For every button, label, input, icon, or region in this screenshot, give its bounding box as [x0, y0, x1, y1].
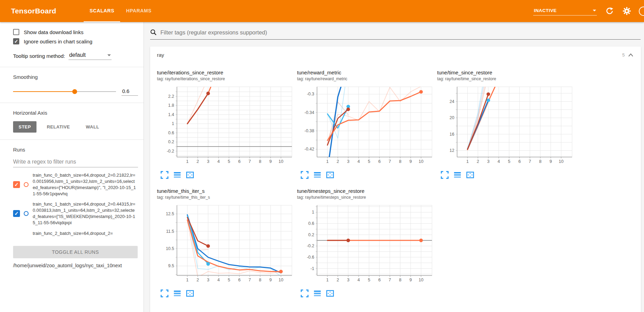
- svg-text:-0.6: -0.6: [307, 255, 314, 260]
- expand-chart-icon[interactable]: [441, 171, 449, 179]
- svg-text:-0.38: -0.38: [305, 128, 315, 133]
- status-select[interactable]: INACTIVE: [533, 7, 597, 15]
- svg-text:6: 6: [518, 159, 521, 164]
- svg-text:0.2: 0.2: [308, 232, 314, 237]
- svg-text:7: 7: [249, 159, 251, 164]
- chevron-up-icon[interactable]: [628, 53, 633, 57]
- svg-text:3: 3: [207, 278, 209, 282]
- main-panel: ray 5 tune/iterations_since_restore tag:…: [144, 22, 644, 312]
- smoothing-label: Smoothing: [13, 74, 138, 80]
- svg-text:10: 10: [419, 278, 423, 282]
- status-select-value: INACTIVE: [534, 8, 557, 13]
- svg-text:1: 1: [326, 278, 329, 282]
- chart-tag: tag: ray/tune/timesteps_since_restore: [297, 195, 437, 200]
- checkbox-icon[interactable]: ✓: [13, 38, 19, 44]
- show-download-links-checkbox-row[interactable]: Show data download links: [13, 29, 138, 35]
- run-name: train_func_1_batch_size=64,dropout_2=0.4…: [33, 201, 137, 226]
- fit-domain-icon[interactable]: [326, 289, 334, 298]
- tab-scalars[interactable]: SCALARS: [84, 0, 120, 22]
- runs-section: Runs ✓ train_func_0_batch_size=64,dropou…: [0, 140, 144, 276]
- svg-text:3: 3: [487, 159, 489, 164]
- svg-text:2: 2: [477, 159, 479, 164]
- smoothing-slider[interactable]: [13, 89, 116, 94]
- chart-plot[interactable]: 12345678910-1-0.6-0.20.20.61: [297, 203, 433, 285]
- reload-icon[interactable]: [605, 7, 614, 15]
- slider-thumb[interactable]: [72, 89, 77, 94]
- tab-hparams[interactable]: HPARAMS: [120, 0, 157, 22]
- expand-chart-icon[interactable]: [300, 289, 309, 298]
- run-selector-icon[interactable]: [173, 171, 181, 179]
- axis-step-button[interactable]: STEP: [13, 121, 36, 133]
- ignore-outliers-checkbox-row[interactable]: ✓ Ignore outliers in chart scaling: [13, 38, 138, 44]
- tag-filter: [150, 29, 641, 40]
- expand-chart-icon[interactable]: [160, 171, 169, 179]
- scalar-chart-card: tune/iterations_since_restore tag: ray/t…: [157, 70, 297, 179]
- chart-plot[interactable]: 12345678910-0.20.20.611.41.82.2: [157, 85, 293, 167]
- general-settings-section: Show data download links ✓ Ignore outlie…: [0, 22, 144, 67]
- svg-text:6: 6: [238, 278, 241, 282]
- svg-text:-0.2: -0.2: [307, 243, 314, 248]
- run-checkbox[interactable]: ✓: [13, 181, 20, 188]
- tag-group-header[interactable]: ray 5: [150, 46, 641, 61]
- expand-chart-icon[interactable]: [300, 171, 309, 179]
- chart-plot[interactable]: 1234567891012162024: [437, 85, 573, 167]
- run-checkbox[interactable]: ✓: [13, 210, 20, 217]
- svg-text:-1: -1: [310, 266, 314, 271]
- slider-fill: [13, 91, 75, 92]
- svg-text:9: 9: [270, 278, 272, 282]
- svg-text:-0.3: -0.3: [307, 92, 314, 96]
- svg-text:1: 1: [186, 159, 189, 164]
- chart-plot[interactable]: 123456789109.510.511.512.5: [157, 203, 293, 285]
- scalar-chart-card: tune/time_this_iter_s tag: ray/tune/time…: [157, 188, 297, 298]
- svg-text:6: 6: [378, 278, 381, 282]
- svg-text:7: 7: [529, 159, 531, 164]
- svg-text:4: 4: [217, 159, 220, 164]
- tooltip-sorting-select[interactable]: default: [68, 52, 112, 60]
- chart-plot[interactable]: 12345678910-0.42-0.38-0.34-0.3: [297, 85, 433, 167]
- fit-domain-icon[interactable]: [186, 171, 194, 179]
- toggle-all-runs-button[interactable]: TOGGLE ALL RUNS: [13, 246, 138, 258]
- svg-text:4: 4: [357, 159, 360, 164]
- settings-sidebar: Show data download links ✓ Ignore outlie…: [0, 22, 144, 312]
- expand-chart-icon[interactable]: [160, 289, 169, 298]
- fit-domain-icon[interactable]: [466, 171, 474, 179]
- tag-group-card: ray 5 tune/iterations_since_restore tag:…: [150, 46, 641, 312]
- settings-gear-icon[interactable]: [622, 7, 631, 15]
- svg-text:1: 1: [172, 121, 174, 126]
- fit-domain-icon[interactable]: [326, 171, 334, 179]
- checkbox-label: Show data download links: [24, 29, 83, 35]
- run-color-radio[interactable]: [24, 182, 29, 187]
- header-controls: INACTIVE: [533, 7, 643, 16]
- svg-text:2: 2: [337, 278, 339, 282]
- tooltip-sorting-label: Tooltip sorting method:: [13, 53, 65, 60]
- smoothing-value[interactable]: 0.6: [122, 87, 138, 96]
- run-selector-icon[interactable]: [453, 171, 462, 179]
- svg-text:4: 4: [497, 159, 500, 164]
- axis-wall-button[interactable]: WALL: [80, 121, 105, 133]
- tag-filter-input[interactable]: [160, 29, 641, 36]
- run-selector-icon[interactable]: [313, 289, 321, 298]
- svg-text:10: 10: [278, 159, 283, 164]
- svg-text:8: 8: [259, 159, 261, 164]
- run-selector-icon[interactable]: [313, 171, 321, 179]
- run-list: ✓ train_func_0_batch_size=64,dropout_2=0…: [13, 172, 138, 247]
- runs-filter-input[interactable]: [13, 159, 138, 165]
- smoothing-section: Smoothing 0.6: [0, 67, 144, 103]
- chart-tag: tag: ray/tune/iterations_since_restore: [157, 76, 297, 81]
- svg-text:3: 3: [207, 159, 209, 164]
- axis-relative-button[interactable]: RELATIVE: [41, 121, 75, 133]
- fit-domain-icon[interactable]: [186, 289, 194, 298]
- help-icon[interactable]: [639, 7, 644, 16]
- svg-text:8: 8: [259, 278, 261, 282]
- tooltip-sorting-value: default: [69, 52, 86, 58]
- svg-text:7: 7: [389, 159, 391, 164]
- run-selector-icon[interactable]: [173, 289, 181, 298]
- run-name: train_func_0_batch_size=64,dropout_2=0.2…: [33, 172, 137, 197]
- horizontal-axis-section: Horizontal Axis STEP RELATIVE WALL: [0, 103, 144, 140]
- tab-bar: SCALARS HPARAMS: [84, 0, 157, 22]
- svg-text:1: 1: [186, 278, 189, 282]
- chart-title: tune/reward_metric: [297, 70, 437, 75]
- checkbox-icon[interactable]: [13, 29, 19, 35]
- run-color-radio[interactable]: [24, 211, 29, 216]
- svg-text:9.5: 9.5: [168, 263, 174, 268]
